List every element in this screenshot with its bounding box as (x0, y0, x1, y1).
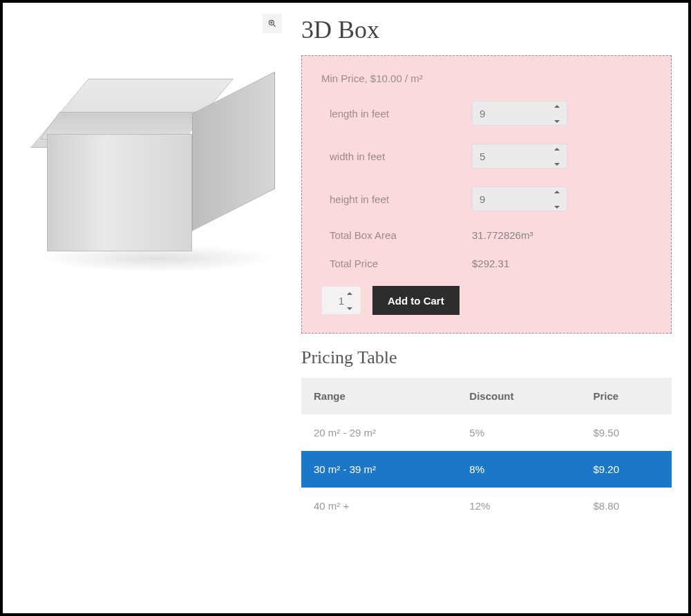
col-price: Price (580, 378, 672, 414)
col-discount: Discount (457, 378, 580, 414)
qty-step-up-icon[interactable] (347, 292, 352, 295)
length-value: 9 (480, 108, 485, 119)
table-row: 30 m² - 39 m²8%$9.20 (301, 451, 672, 488)
configurator-panel: Min Price, $10.00 / m² length in feet 9 … (301, 55, 672, 334)
quantity-value: 1 (339, 295, 344, 307)
width-label: width in feet (330, 151, 472, 162)
cell-range: 30 m² - 39 m² (301, 451, 457, 488)
width-step-up-icon[interactable] (554, 148, 560, 151)
height-input[interactable]: 9 (472, 186, 567, 211)
length-step-up-icon[interactable] (554, 105, 560, 108)
svg-line-1 (274, 25, 276, 27)
product-image[interactable] (19, 37, 268, 265)
width-step-down-icon[interactable] (554, 163, 560, 166)
min-price-label: Min Price, $10.00 / m² (321, 73, 652, 84)
col-range: Range (301, 378, 457, 414)
table-row: 40 m² +12%$8.80 (301, 488, 672, 524)
qty-step-down-icon[interactable] (347, 307, 352, 310)
total-price-label: Total Price (330, 258, 472, 269)
cell-discount: 5% (457, 414, 580, 451)
pricing-table-title: Pricing Table (301, 347, 672, 368)
cell-price: $9.20 (580, 451, 672, 488)
pricing-table: Range Discount Price 20 m² - 29 m²5%$9.5… (301, 378, 672, 524)
product-title: 3D Box (301, 15, 672, 44)
total-price-value: $292.31 (472, 258, 509, 269)
table-row: 20 m² - 29 m²5%$9.50 (301, 414, 672, 451)
cell-range: 40 m² + (301, 488, 457, 524)
total-area-label: Total Box Area (330, 229, 472, 241)
width-input[interactable]: 5 (472, 144, 567, 169)
length-input[interactable]: 9 (472, 101, 567, 126)
width-value: 5 (480, 151, 485, 162)
cell-price: $8.80 (580, 488, 672, 524)
cell-discount: 12% (457, 488, 580, 524)
height-step-up-icon[interactable] (554, 191, 560, 193)
total-area-value: 31.772826m³ (472, 229, 533, 241)
length-step-down-icon[interactable] (554, 120, 560, 123)
cell-range: 20 m² - 29 m² (301, 414, 457, 451)
zoom-button[interactable] (263, 14, 282, 33)
height-value: 9 (480, 193, 485, 205)
cell-price: $9.50 (580, 414, 672, 451)
cell-discount: 8% (457, 451, 580, 488)
magnifier-plus-icon (267, 19, 277, 28)
add-to-cart-button[interactable]: Add to Cart (372, 286, 460, 315)
height-step-down-icon[interactable] (554, 206, 560, 209)
height-label: height in feet (330, 193, 472, 205)
length-label: length in feet (330, 108, 472, 119)
quantity-input[interactable]: 1 (321, 286, 361, 315)
